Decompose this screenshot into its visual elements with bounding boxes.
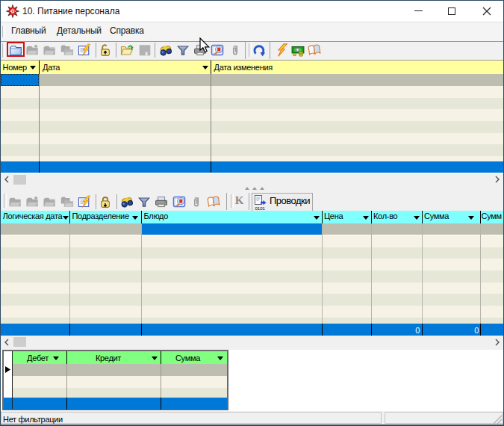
- svg-text:0101: 0101: [255, 206, 266, 210]
